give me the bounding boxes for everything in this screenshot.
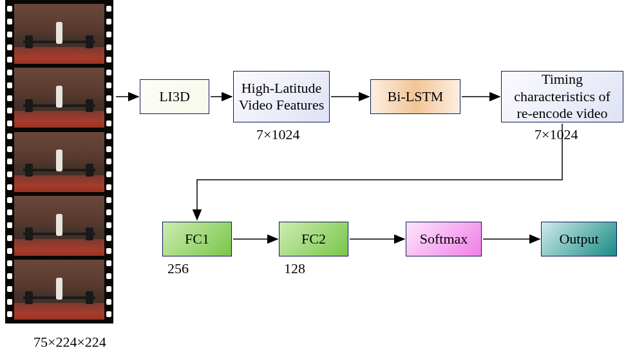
fc2-units: 128 (284, 260, 305, 277)
video-features-label: High-Latitude Video Features (239, 80, 324, 114)
li3d-label: LI3D (159, 88, 190, 105)
video-frames-input (5, 0, 113, 323)
video-features-block: High-Latitude Video Features (233, 71, 330, 122)
input-dimensions-label: 75×224×224 (33, 334, 106, 351)
video-frame (14, 196, 104, 256)
film-sprockets-left (5, 0, 14, 323)
softmax-block: Softmax (406, 222, 482, 256)
li3d-block: LI3D (140, 79, 209, 114)
timing-characteristics-shape: 7×1024 (535, 126, 578, 143)
fc1-units: 256 (167, 260, 189, 277)
bi-lstm-block: Bi-LSTM (370, 79, 460, 114)
output-label: Output (559, 231, 598, 247)
video-frame (14, 132, 104, 192)
bi-lstm-label: Bi-LSTM (388, 88, 444, 105)
video-frame (14, 68, 104, 128)
film-sprockets-right (104, 0, 113, 323)
fc1-label: FC1 (185, 231, 209, 247)
output-block: Output (541, 222, 617, 256)
timing-characteristics-block: Timing characteristics of re-encode vide… (501, 71, 623, 122)
video-frame (14, 4, 104, 64)
fc1-block: FC1 (162, 222, 232, 256)
fc2-block: FC2 (279, 222, 348, 256)
timing-characteristics-label: Timing characteristics of re-encode vide… (514, 71, 611, 122)
softmax-label: Softmax (420, 231, 468, 247)
video-frame (14, 260, 104, 320)
fc2-label: FC2 (301, 231, 326, 247)
video-features-shape: 7×1024 (256, 126, 299, 143)
